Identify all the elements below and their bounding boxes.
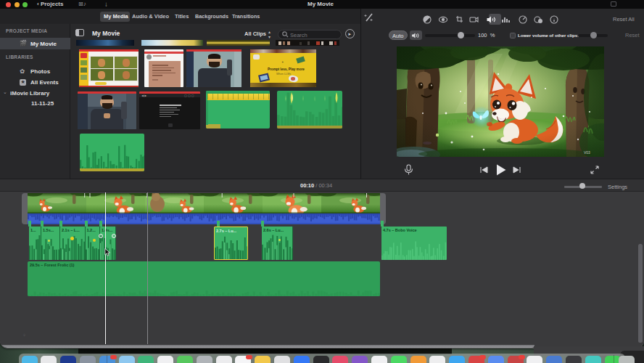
svg-text:V03: V03 (584, 150, 590, 155)
